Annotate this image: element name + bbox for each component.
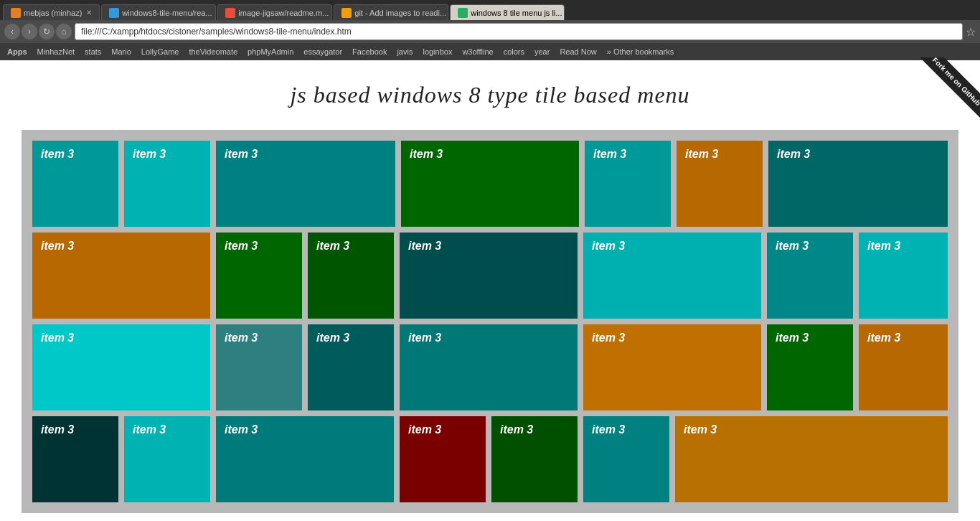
tile-2-5[interactable]: item 3 — [583, 233, 761, 319]
bookmark-apps[interactable]: Apps — [4, 47, 30, 57]
tile-4-1[interactable]: item 3 — [32, 416, 118, 502]
bookmarks-bar: Apps MinhazNet stats Mario LollyGame the… — [0, 43, 980, 60]
tile-3-3[interactable]: item 3 — [308, 324, 394, 410]
bookmark-star[interactable]: ☆ — [966, 25, 976, 39]
tile-4-5[interactable]: item 3 — [491, 416, 578, 502]
tile-2-4[interactable]: item 3 — [400, 233, 578, 319]
bookmark-javis[interactable]: javis — [394, 47, 415, 57]
tab-2[interactable]: windows8-tile-menu/rea... ✕ — [101, 4, 216, 20]
tab-label-1: mebjas (minhaz) — [24, 9, 82, 17]
tab-1[interactable]: mebjas (minhaz) ✕ — [3, 4, 100, 20]
tiles-container: item 3 item 3 item 3 item 3 item 3 item … — [22, 130, 958, 513]
tab-favicon-1 — [11, 8, 21, 18]
bookmark-mario[interactable]: Mario — [108, 47, 134, 57]
home-button[interactable]: ⌂ — [56, 24, 72, 39]
tab-label-3: image-jigsaw/readme.m... — [238, 9, 329, 17]
forward-button[interactable]: › — [22, 24, 37, 39]
tile-row-3: item 3 item 3 item 3 item 3 item 3 item … — [32, 324, 948, 410]
tile-1-1[interactable]: item 3 — [32, 141, 118, 227]
tile-row-4: item 3 item 3 item 3 item 3 item 3 item … — [32, 416, 948, 502]
tile-4-7[interactable]: item 3 — [675, 416, 948, 502]
tile-1-6[interactable]: item 3 — [677, 141, 763, 227]
tile-row-2: item 3 item 3 item 3 item 3 item 3 item … — [32, 233, 948, 319]
tab-4[interactable]: git - Add images to readi... ✕ — [334, 4, 448, 20]
tile-4-6[interactable]: item 3 — [583, 416, 669, 502]
tile-2-1[interactable]: item 3 — [32, 233, 210, 319]
bookmark-videomate[interactable]: theVideomate — [186, 47, 240, 57]
bookmark-w3offline[interactable]: w3offline — [459, 47, 496, 57]
tile-3-4[interactable]: item 3 — [400, 324, 578, 410]
tile-3-7[interactable]: item 3 — [859, 324, 948, 410]
tab-favicon-2 — [109, 8, 119, 18]
bookmark-colors[interactable]: colors — [501, 47, 527, 57]
tile-4-4[interactable]: item 3 — [400, 416, 486, 502]
bookmark-other[interactable]: » Other bookmarks — [604, 47, 677, 57]
tile-3-5[interactable]: item 3 — [583, 324, 761, 410]
bookmark-loginbox[interactable]: loginbox — [420, 47, 455, 57]
tab-favicon-4 — [341, 8, 352, 18]
tile-4-2[interactable]: item 3 — [124, 416, 210, 502]
tab-3[interactable]: image-jigsaw/readme.m... ✕ — [217, 4, 332, 20]
bookmark-lollygame[interactable]: LollyGame — [138, 47, 182, 57]
bookmark-phpmyadmin[interactable]: phpMyAdmin — [245, 47, 296, 57]
tab-bar: mebjas (minhaz) ✕ windows8-tile-menu/rea… — [0, 0, 980, 20]
tile-1-4[interactable]: item 3 — [401, 141, 579, 227]
tab-close-1[interactable]: ✕ — [86, 9, 92, 17]
bookmark-year[interactable]: year — [532, 47, 552, 57]
tile-1-3[interactable]: item 3 — [216, 141, 395, 227]
tile-3-2[interactable]: item 3 — [216, 324, 302, 410]
tile-2-3[interactable]: item 3 — [308, 233, 394, 319]
tile-4-3[interactable]: item 3 — [216, 416, 394, 502]
tile-2-7[interactable]: item 3 — [859, 233, 948, 319]
tile-1-7[interactable]: item 3 — [768, 141, 948, 227]
nav-buttons: ‹ › ↻ ⌂ — [4, 24, 72, 39]
bookmark-minhaznet[interactable]: MinhazNet — [34, 47, 78, 57]
refresh-button[interactable]: ↻ — [39, 24, 55, 39]
tab-label-2: windows8-tile-menu/rea... — [122, 9, 212, 17]
bookmark-stats[interactable]: stats — [82, 47, 104, 57]
tab-favicon-3 — [225, 8, 235, 18]
bookmark-readnow[interactable]: Read Now — [557, 47, 599, 57]
tab-5[interactable]: windows 8 tile menu js li... ✕ — [450, 4, 565, 20]
tab-label-5: windows 8 tile menu js li... — [471, 9, 562, 17]
address-input[interactable] — [75, 23, 963, 40]
tab-label-4: git - Add images to readi... — [354, 9, 446, 17]
bookmark-facebook[interactable]: Facebook — [349, 47, 390, 57]
tile-2-2[interactable]: item 3 — [216, 233, 302, 319]
tab-favicon-5 — [458, 8, 468, 18]
tile-3-6[interactable]: item 3 — [767, 324, 853, 410]
tile-row-1: item 3 item 3 item 3 item 3 item 3 item … — [32, 141, 948, 227]
tile-3-1[interactable]: item 3 — [32, 324, 210, 410]
back-button[interactable]: ‹ — [4, 24, 20, 39]
bookmark-essaygator[interactable]: essaygator — [301, 47, 345, 57]
tile-2-6[interactable]: item 3 — [767, 233, 853, 319]
page-title: js based windows 8 type tile based menu — [0, 67, 980, 130]
browser-chrome: mebjas (minhaz) ✕ windows8-tile-menu/rea… — [0, 0, 980, 60]
page-content: Fork me on GitHub js based windows 8 typ… — [0, 60, 980, 521]
tile-1-2[interactable]: item 3 — [124, 141, 210, 227]
address-bar-row: ‹ › ↻ ⌂ ☆ — [0, 20, 980, 43]
tile-1-5[interactable]: item 3 — [585, 141, 671, 227]
